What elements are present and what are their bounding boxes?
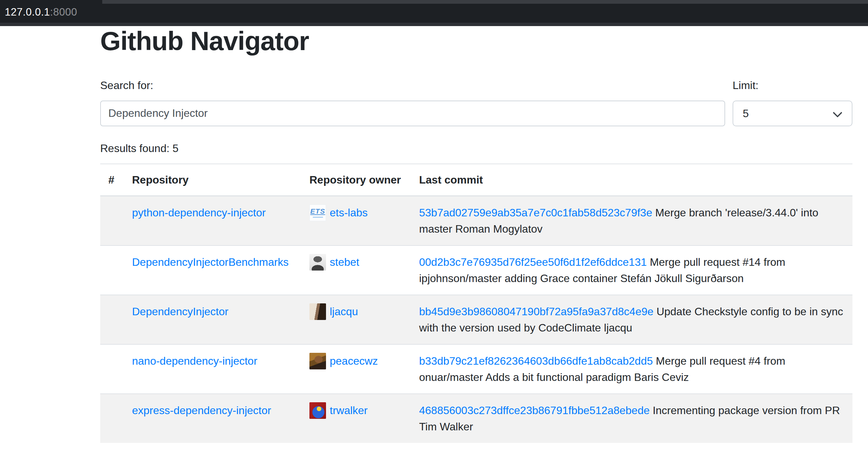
address-bar-url[interactable]: 127.0.0.1:8000 — [5, 6, 77, 18]
page-container: Github Navigator Search for: Limit: 5 Re… — [0, 27, 868, 443]
limit-select[interactable]: 5 — [733, 101, 852, 126]
commit-hash-link[interactable]: 00d2b3c7e76935d76f25ee50f6d1f2ef6ddce131 — [419, 256, 647, 268]
row-index-cell — [100, 196, 124, 245]
commit-hash-link[interactable]: 53b7ad02759e9ab35a7e7c0c1fab58d523c79f3e — [419, 207, 652, 219]
header-repository-owner: Repository owner — [301, 164, 411, 196]
owner-cell: trwalker — [301, 394, 411, 443]
owner-cell: ETS ets-labs — [301, 196, 411, 245]
results-table-body: python-dependency-injector ETS ets-labs … — [100, 196, 852, 443]
url-host: 127.0.0.1 — [5, 6, 50, 18]
commit-hash-link[interactable]: bb45d9e3b98608047190bf72a95fa9a37d8c4e9e — [419, 305, 653, 318]
results-count: Results found: 5 — [100, 142, 852, 155]
repository-cell: python-dependency-injector — [124, 196, 301, 245]
browser-chrome: 127.0.0.1:8000 — [0, 0, 868, 26]
header-index: # — [100, 164, 124, 196]
row-index-cell — [100, 344, 124, 394]
commit-hash-link[interactable]: b33db79c21ef8262364603db66dfe1ab8cab2dd5 — [419, 355, 653, 367]
repository-link[interactable]: DependencyInjector — [132, 305, 229, 318]
repository-link[interactable]: python-dependency-injector — [132, 207, 266, 219]
commit-hash-link[interactable]: 468856003c273dffce23b86791fbbe512a8ebede — [419, 404, 650, 416]
owner-avatar — [309, 353, 326, 369]
owner-link[interactable]: trwalker — [330, 402, 368, 419]
search-input[interactable] — [100, 101, 725, 126]
search-group: Search for: — [100, 79, 725, 126]
search-form: Search for: Limit: 5 — [100, 79, 852, 126]
header-repository: Repository — [124, 164, 301, 196]
repository-link[interactable]: DependencyInjectorBenchmarks — [132, 256, 288, 268]
commit-cell: bb45d9e3b98608047190bf72a95fa9a37d8c4e9e… — [411, 295, 852, 344]
repository-link[interactable]: express-dependency-injector — [132, 404, 271, 416]
repository-cell: express-dependency-injector — [124, 394, 301, 443]
table-header-row: # Repository Repository owner Last commi… — [100, 164, 852, 196]
repository-cell: nano-dependency-injector — [124, 344, 301, 394]
owner-link[interactable]: stebet — [330, 254, 359, 270]
header-last-commit: Last commit — [411, 164, 852, 196]
owner-cell: peacecwz — [301, 344, 411, 394]
url-port: :8000 — [50, 6, 77, 18]
owner-avatar: ETS — [309, 205, 326, 221]
owner-cell: stebet — [301, 245, 411, 295]
browser-tab-strip — [102, 0, 868, 4]
repository-cell: DependencyInjector — [124, 295, 301, 344]
results-table: # Repository Repository owner Last commi… — [100, 164, 852, 443]
repository-cell: DependencyInjectorBenchmarks — [124, 245, 301, 295]
owner-link[interactable]: peacecwz — [330, 353, 378, 369]
search-label: Search for: — [100, 79, 725, 92]
owner-cell: ljacqu — [301, 295, 411, 344]
table-row: python-dependency-injector ETS ets-labs … — [100, 196, 852, 245]
row-index-cell — [100, 245, 124, 295]
row-index-cell — [100, 394, 124, 443]
table-row: DependencyInjectorBenchmarks stebet 00d2… — [100, 245, 852, 295]
table-row: nano-dependency-injector peacecwz b33db7… — [100, 344, 852, 394]
commit-cell: 00d2b3c7e76935d76f25ee50f6d1f2ef6ddce131… — [411, 245, 852, 295]
owner-avatar — [309, 303, 326, 320]
row-index-cell — [100, 295, 124, 344]
owner-avatar — [309, 402, 326, 419]
commit-cell: b33db79c21ef8262364603db66dfe1ab8cab2dd5… — [411, 344, 852, 394]
page-title: Github Navigator — [100, 27, 852, 56]
owner-link[interactable]: ljacqu — [330, 303, 358, 320]
commit-cell: 53b7ad02759e9ab35a7e7c0c1fab58d523c79f3e… — [411, 196, 852, 245]
table-row: DependencyInjector ljacqu bb45d9e3b98608… — [100, 295, 852, 344]
owner-avatar — [309, 254, 326, 271]
owner-link[interactable]: ets-labs — [330, 205, 368, 221]
repository-link[interactable]: nano-dependency-injector — [132, 355, 257, 367]
limit-group: Limit: 5 — [733, 79, 852, 126]
browser-toolbar-edge — [0, 23, 868, 26]
limit-label: Limit: — [733, 79, 852, 92]
commit-cell: 468856003c273dffce23b86791fbbe512a8ebede… — [411, 394, 852, 443]
table-row: express-dependency-injector trwalker 468… — [100, 394, 852, 443]
